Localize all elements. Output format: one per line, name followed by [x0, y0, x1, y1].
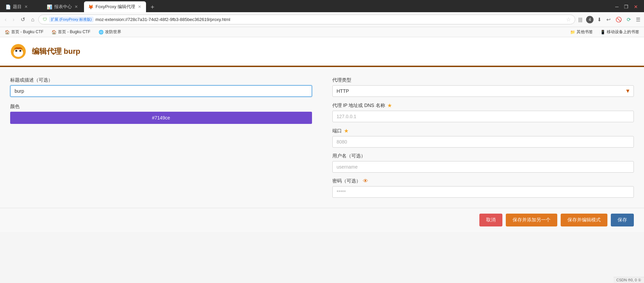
tab-2-close[interactable]: ✕: [74, 4, 79, 10]
proxy-type-select[interactable]: HTTP HTTPS SOCKS4 SOCKS5: [332, 85, 634, 97]
form-footer: 取消 保存并添加另一个 保存并编辑模式 保存: [0, 208, 644, 232]
tab-1[interactable]: 📄 题目 ✕: [1, 1, 42, 12]
bookmark-1-favicon: 🏠: [5, 30, 10, 35]
shield-icon: 🛡: [43, 17, 47, 22]
color-label: 颜色: [10, 104, 312, 110]
username-group: 用户名（可选）: [332, 153, 634, 173]
blocked-icon[interactable]: 🚫: [615, 16, 623, 24]
proxy-ip-group: 代理 IP 地址或 DNS 名称 ★: [332, 102, 634, 122]
save-edit-button[interactable]: 保存并编辑模式: [561, 214, 607, 226]
tab-3-label: FoxyProxy 编辑代理: [96, 4, 135, 10]
page-title: 编辑代理 burp: [32, 46, 80, 57]
extension-badge: 扩展 (FoxyProxy 标准版): [49, 17, 93, 22]
save-add-button[interactable]: 保存并添加另一个: [506, 214, 557, 226]
reading-list-icon[interactable]: |||: [577, 16, 583, 23]
svg-point-3: [19, 50, 21, 52]
tab-3[interactable]: 🦊 FoxyProxy 编辑代理 ✕: [84, 1, 146, 12]
forward-button[interactable]: ›: [11, 15, 16, 24]
bookmark-3-favicon: 🌐: [99, 30, 104, 35]
bookmark-star-icon[interactable]: ☆: [566, 16, 571, 23]
password-label: 密码（可选） 👁: [332, 178, 634, 184]
close-window-button[interactable]: ✕: [632, 3, 640, 10]
back-button[interactable]: ‹: [3, 15, 8, 24]
menu-icon[interactable]: ☰: [635, 16, 641, 24]
save-button[interactable]: 保存: [611, 214, 634, 226]
password-input[interactable]: [332, 186, 634, 198]
tab-2[interactable]: 📊 报表中心 ✕: [43, 1, 83, 12]
color-button[interactable]: #7149ce: [10, 112, 312, 124]
title-input-group: 标题或描述（可选）: [10, 77, 312, 97]
username-input[interactable]: [332, 161, 634, 173]
bookmark-2-favicon: 🏠: [51, 30, 57, 35]
status-bar: CSDN ®0, 0 ①: [614, 277, 644, 283]
tab-1-favicon: 📄: [5, 4, 11, 9]
extensions-icon[interactable]: 4: [586, 16, 594, 23]
eye-icon[interactable]: 👁: [363, 178, 368, 184]
proxy-ip-input[interactable]: [332, 111, 634, 122]
password-group: 密码（可选） 👁: [332, 178, 634, 198]
bookmark-3-label: 攻防世界: [105, 29, 121, 35]
port-label: 端口 ★: [332, 128, 634, 134]
reload-button[interactable]: ↺: [19, 15, 27, 24]
foxy-logo: [10, 43, 26, 60]
proxy-ip-label: 代理 IP 地址或 DNS 名称 ★: [332, 102, 634, 109]
restore-button[interactable]: ❐: [622, 3, 630, 10]
proxy-type-select-wrap: HTTP HTTPS SOCKS4 SOCKS5 ▼: [332, 85, 634, 97]
new-tab-button[interactable]: ＋: [147, 1, 158, 12]
bookmark-1[interactable]: 🏠 首页 - Bugku CTF: [3, 28, 45, 36]
password-input-wrap: [332, 186, 634, 198]
bookmark-2-label: 首页 - Bugku CTF: [58, 29, 90, 35]
color-group: 颜色 #7149ce: [10, 104, 312, 124]
download-icon[interactable]: ⬇: [596, 16, 603, 24]
bookmark-3[interactable]: 🌐 攻防世界: [97, 28, 123, 36]
history-back-icon[interactable]: ↩: [605, 16, 612, 24]
tab-2-label: 报表中心: [54, 4, 72, 10]
svg-point-1: [14, 49, 23, 57]
home-button[interactable]: ⌂: [29, 15, 37, 24]
title-input[interactable]: [10, 85, 312, 97]
url-bar[interactable]: 🛡 扩展 (FoxyProxy 标准版) moz-extension://728…: [38, 15, 575, 24]
tab-2-favicon: 📊: [47, 4, 52, 9]
username-label: 用户名（可选）: [332, 153, 634, 159]
url-text: moz-extension://728c7a31-74d2-48f2-9fb3-…: [96, 17, 564, 22]
sync-icon[interactable]: ⟳: [626, 16, 632, 24]
port-input[interactable]: [332, 136, 634, 148]
proxy-type-group: 代理类型 HTTP HTTPS SOCKS4 SOCKS5 ▼: [332, 77, 634, 97]
mobile-bookmarks[interactable]: 📱 移动设备上的书签: [598, 28, 641, 36]
port-group: 端口 ★: [332, 128, 634, 148]
other-bookmarks[interactable]: 📁 其他书签: [568, 28, 595, 36]
tab-1-close[interactable]: ✕: [24, 4, 28, 10]
title-input-label: 标题或描述（可选）: [10, 77, 312, 83]
cancel-button[interactable]: 取消: [479, 214, 502, 226]
bookmark-1-label: 首页 - Bugku CTF: [11, 29, 43, 35]
bookmark-2[interactable]: 🏠 首页 - Bugku CTF: [49, 28, 92, 36]
ip-required-star: ★: [387, 102, 392, 109]
svg-point-2: [15, 50, 17, 52]
proxy-type-label: 代理类型: [332, 77, 634, 83]
port-required-star: ★: [344, 128, 349, 134]
tab-1-label: 题目: [13, 4, 22, 10]
tab-3-favicon: 🦊: [88, 4, 94, 9]
tab-3-close[interactable]: ✕: [137, 4, 142, 10]
minimize-button[interactable]: ─: [613, 3, 621, 10]
